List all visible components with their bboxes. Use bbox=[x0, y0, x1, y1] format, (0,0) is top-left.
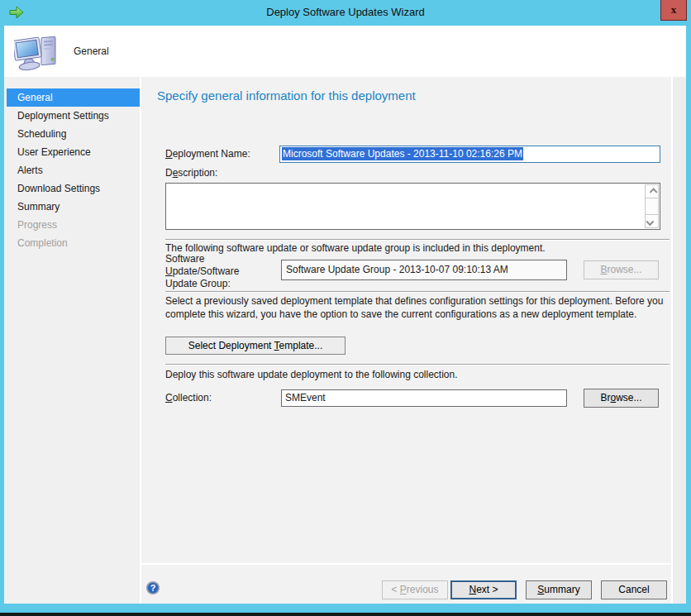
wizard-nav-sidebar: General Deployment Settings Scheduling U… bbox=[4, 77, 140, 604]
scrollbar-up-button[interactable] bbox=[646, 185, 658, 198]
wizard-header: General bbox=[4, 26, 686, 77]
content-right-gutter bbox=[673, 77, 686, 604]
cancel-button[interactable]: Cancel bbox=[601, 580, 667, 599]
previous-button: < Previous bbox=[382, 580, 448, 599]
svg-text:?: ? bbox=[150, 583, 156, 593]
nav-item-user-experience[interactable]: User Experience bbox=[7, 143, 140, 161]
group-separator-1 bbox=[165, 239, 670, 241]
computer-icon bbox=[14, 31, 59, 71]
chevron-up-icon bbox=[650, 188, 658, 196]
deploy-software-updates-wizard-window: Deploy Software Updates Wizard x bbox=[0, 0, 691, 616]
titlebar[interactable]: Deploy Software Updates Wizard x bbox=[0, 0, 691, 26]
browse-update-group-button: Browse... bbox=[584, 260, 659, 279]
scrollbar-down-button[interactable] bbox=[646, 214, 658, 227]
collection-note: Deploy this software update deployment t… bbox=[165, 368, 671, 381]
chevron-down-icon bbox=[646, 217, 654, 226]
window-border-bottom bbox=[0, 604, 691, 613]
header-page-title: General bbox=[74, 26, 109, 77]
nav-item-summary[interactable]: Summary bbox=[7, 198, 140, 216]
browse-collection-button[interactable]: Browse... bbox=[584, 389, 659, 408]
deployment-name-input[interactable]: Microsoft Software Updates - 2013-11-10 … bbox=[279, 146, 660, 163]
deployment-name-label: Deployment Name: bbox=[165, 148, 250, 160]
select-deployment-template-button[interactable]: Select Deployment Template... bbox=[165, 337, 346, 355]
footer-divider bbox=[141, 563, 671, 565]
wizard-content-pane: Specify general information for this dep… bbox=[141, 77, 686, 604]
summary-button[interactable]: Summary bbox=[526, 580, 592, 599]
nav-item-download-settings[interactable]: Download Settings bbox=[7, 179, 140, 198]
update-group-field: Software Update Group - 2013-10-07 09:10… bbox=[281, 260, 567, 280]
description-scrollbar[interactable] bbox=[645, 184, 659, 228]
group-separator-3 bbox=[165, 364, 670, 365]
window-title: Deploy Software Updates Wizard bbox=[0, 0, 691, 26]
collection-label: Collection: bbox=[165, 392, 212, 404]
nav-item-alerts[interactable]: Alerts bbox=[7, 161, 140, 179]
selected-text: Microsoft Software Updates - 2013-11-10 … bbox=[282, 147, 523, 160]
next-button[interactable]: Next > bbox=[450, 580, 517, 599]
scrollbar-track[interactable] bbox=[646, 198, 658, 214]
nav-item-general[interactable]: General bbox=[7, 88, 140, 107]
window-border-right bbox=[686, 26, 691, 613]
description-label: Description: bbox=[165, 167, 217, 179]
collection-field[interactable]: SMEvent bbox=[281, 389, 567, 407]
page-heading: Specify general information for this dep… bbox=[157, 88, 416, 103]
group-separator-2 bbox=[165, 291, 670, 293]
nav-item-completion: Completion bbox=[7, 234, 140, 252]
update-group-label: Software Update/SoftwareUpdate Group: bbox=[165, 253, 277, 290]
template-note: Select a previously saved deployment tem… bbox=[165, 294, 671, 321]
nav-item-scheduling[interactable]: Scheduling bbox=[7, 125, 140, 143]
nav-item-deployment-settings[interactable]: Deployment Settings bbox=[7, 107, 140, 125]
description-textarea[interactable] bbox=[165, 183, 660, 230]
help-icon[interactable]: ? bbox=[145, 580, 160, 595]
nav-item-progress: Progress bbox=[7, 216, 140, 234]
close-button[interactable]: x bbox=[660, 0, 687, 21]
